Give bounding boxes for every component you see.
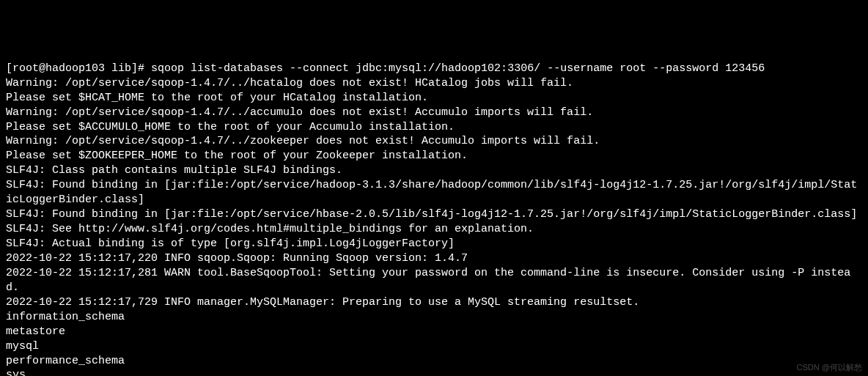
output-line: 2022-10-22 15:12:17,729 INFO manager.MyS… [6, 295, 862, 310]
output-line: Warning: /opt/service/sqoop-1.4.7/../acc… [6, 106, 862, 120]
output-line: Please set $ZOOKEEPER_HOME to the root o… [6, 149, 862, 163]
output-line: Please set $HCAT_HOME to the root of you… [6, 91, 862, 106]
output-line: Warning: /opt/service/sqoop-1.4.7/../hca… [6, 76, 862, 91]
output-line: 2022-10-22 15:12:17,220 INFO sqoop.Sqoop… [6, 251, 862, 266]
output-line: SLF4J: Found binding in [jar:file:/opt/s… [6, 178, 862, 207]
watermark: CSDN @何以解愁 [797, 362, 862, 373]
output-line: SLF4J: Found binding in [jar:file:/opt/s… [6, 207, 862, 222]
output-line: 2022-10-22 15:12:17,281 WARN tool.BaseSq… [6, 266, 862, 295]
output-line: SLF4J: Actual binding is of type [org.sl… [6, 237, 862, 251]
prompt-prefix: [root@hadoop103 lib]# [6, 62, 151, 75]
output-line: SLF4J: See http://www.slf4j.org/codes.ht… [6, 222, 862, 237]
output-line: SLF4J: Class path contains multiple SLF4… [6, 163, 862, 178]
output-line: Warning: /opt/service/sqoop-1.4.7/../zoo… [6, 134, 862, 149]
output-line: performance_schema [6, 354, 862, 369]
output-line: information_schema [6, 310, 862, 325]
output-line: sys [6, 368, 862, 376]
output-line: Please set $ACCUMULO_HOME to the root of… [6, 120, 862, 135]
command-text: sqoop list-databases --connect jdbc:mysq… [151, 62, 765, 75]
command-line-1[interactable]: [root@hadoop103 lib]# sqoop list-databas… [6, 62, 862, 76]
output-line: metastore [6, 325, 862, 339]
output-line: mysql [6, 339, 862, 354]
